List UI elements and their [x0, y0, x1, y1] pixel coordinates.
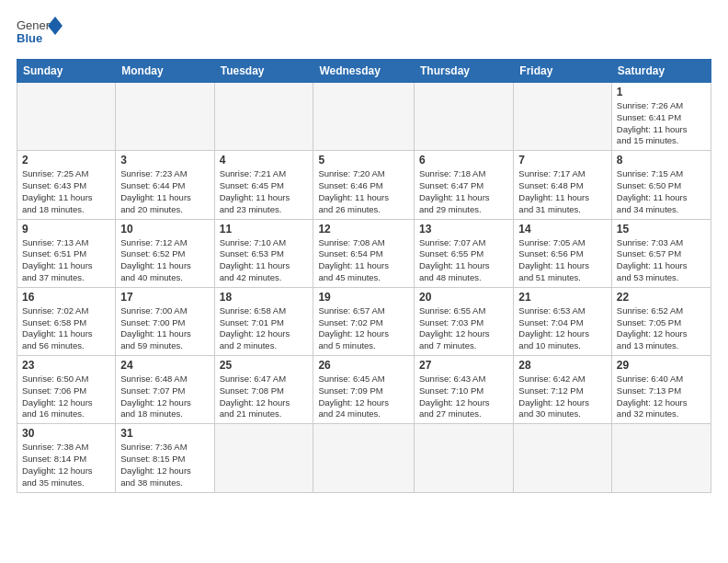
day-number: 5 [318, 154, 409, 167]
calendar-week-5: 23Sunrise: 6:50 AMSunset: 7:06 PMDayligh… [17, 356, 711, 424]
generalblue-logo-svg: General Blue [17, 15, 63, 50]
day-number: 2 [22, 154, 110, 167]
calendar-cell: 21Sunrise: 6:53 AMSunset: 7:04 PMDayligh… [514, 287, 612, 355]
day-number: 18 [220, 291, 309, 304]
day-info: Sunrise: 6:55 AMSunset: 7:03 PMDaylight:… [419, 305, 508, 352]
day-info: Sunrise: 7:21 AMSunset: 6:45 PMDaylight:… [220, 168, 309, 215]
calendar-cell: 15Sunrise: 7:03 AMSunset: 6:57 PMDayligh… [611, 219, 711, 287]
day-number: 28 [518, 359, 607, 372]
calendar-cell [116, 83, 214, 151]
day-info: Sunrise: 7:02 AMSunset: 6:58 PMDaylight:… [22, 305, 110, 352]
day-info: Sunrise: 6:52 AMSunset: 7:05 PMDaylight:… [617, 305, 706, 352]
calendar-cell [611, 424, 711, 492]
day-number: 17 [120, 291, 209, 304]
calendar-cell: 6Sunrise: 7:18 AMSunset: 6:47 PMDaylight… [415, 151, 514, 219]
day-number: 23 [22, 359, 110, 372]
day-number: 25 [220, 359, 309, 372]
weekday-header-friday: Friday [514, 60, 612, 83]
day-number: 15 [617, 223, 706, 236]
day-info: Sunrise: 6:57 AMSunset: 7:02 PMDaylight:… [318, 305, 409, 352]
day-number: 21 [518, 291, 607, 304]
day-number: 14 [518, 223, 607, 236]
calendar-cell [415, 83, 514, 151]
calendar-cell: 24Sunrise: 6:48 AMSunset: 7:07 PMDayligh… [116, 356, 214, 424]
weekday-header-tuesday: Tuesday [214, 60, 313, 83]
day-info: Sunrise: 7:26 AMSunset: 6:41 PMDaylight:… [617, 100, 706, 147]
day-number: 6 [419, 154, 508, 167]
calendar-cell: 23Sunrise: 6:50 AMSunset: 7:06 PMDayligh… [17, 356, 116, 424]
day-number: 27 [419, 359, 508, 372]
calendar-cell: 19Sunrise: 6:57 AMSunset: 7:02 PMDayligh… [313, 287, 415, 355]
calendar-cell [415, 424, 514, 492]
svg-text:Blue: Blue [17, 31, 42, 45]
calendar-cell: 12Sunrise: 7:08 AMSunset: 6:54 PMDayligh… [313, 219, 415, 287]
day-number: 3 [120, 154, 209, 167]
day-info: Sunrise: 7:12 AMSunset: 6:52 PMDaylight:… [120, 237, 209, 284]
weekday-header-monday: Monday [116, 60, 214, 83]
day-info: Sunrise: 6:47 AMSunset: 7:08 PMDaylight:… [220, 373, 309, 420]
calendar-cell: 4Sunrise: 7:21 AMSunset: 6:45 PMDaylight… [214, 151, 313, 219]
day-number: 4 [220, 154, 309, 167]
day-info: Sunrise: 7:00 AMSunset: 7:00 PMDaylight:… [120, 305, 209, 352]
calendar-cell: 7Sunrise: 7:17 AMSunset: 6:48 PMDaylight… [514, 151, 612, 219]
day-info: Sunrise: 7:03 AMSunset: 6:57 PMDaylight:… [617, 237, 706, 284]
day-info: Sunrise: 7:10 AMSunset: 6:53 PMDaylight:… [220, 237, 309, 284]
day-info: Sunrise: 7:23 AMSunset: 6:44 PMDaylight:… [120, 168, 209, 215]
day-number: 10 [120, 223, 209, 236]
day-info: Sunrise: 7:36 AMSunset: 8:15 PMDaylight:… [120, 442, 209, 488]
day-info: Sunrise: 7:18 AMSunset: 6:47 PMDaylight:… [419, 168, 508, 215]
day-number: 7 [518, 154, 607, 167]
day-info: Sunrise: 7:15 AMSunset: 6:50 PMDaylight:… [617, 168, 706, 215]
calendar-cell: 30Sunrise: 7:38 AMSunset: 8:14 PMDayligh… [17, 424, 116, 492]
calendar-cell: 18Sunrise: 6:58 AMSunset: 7:01 PMDayligh… [214, 287, 313, 355]
day-info: Sunrise: 7:13 AMSunset: 6:51 PMDaylight:… [22, 237, 110, 284]
calendar-cell [514, 83, 612, 151]
day-number: 30 [22, 427, 110, 440]
calendar-cell: 26Sunrise: 6:45 AMSunset: 7:09 PMDayligh… [313, 356, 415, 424]
calendar-cell: 3Sunrise: 7:23 AMSunset: 6:44 PMDaylight… [116, 151, 214, 219]
day-info: Sunrise: 6:58 AMSunset: 7:01 PMDaylight:… [220, 305, 309, 352]
calendar-cell: 13Sunrise: 7:07 AMSunset: 6:55 PMDayligh… [415, 219, 514, 287]
day-info: Sunrise: 6:53 AMSunset: 7:04 PMDaylight:… [518, 305, 607, 352]
day-number: 16 [22, 291, 110, 304]
calendar-cell: 5Sunrise: 7:20 AMSunset: 6:46 PMDaylight… [313, 151, 415, 219]
day-number: 26 [318, 359, 409, 372]
day-info: Sunrise: 7:05 AMSunset: 6:56 PMDaylight:… [518, 237, 607, 284]
calendar-cell: 11Sunrise: 7:10 AMSunset: 6:53 PMDayligh… [214, 219, 313, 287]
calendar-cell: 25Sunrise: 6:47 AMSunset: 7:08 PMDayligh… [214, 356, 313, 424]
weekday-header-thursday: Thursday [415, 60, 514, 83]
calendar-cell [17, 83, 116, 151]
day-info: Sunrise: 6:48 AMSunset: 7:07 PMDaylight:… [120, 373, 209, 420]
day-info: Sunrise: 6:40 AMSunset: 7:13 PMDaylight:… [617, 373, 706, 420]
calendar-week-6: 30Sunrise: 7:38 AMSunset: 8:14 PMDayligh… [17, 424, 711, 492]
day-number: 22 [617, 291, 706, 304]
day-info: Sunrise: 7:25 AMSunset: 6:43 PMDaylight:… [22, 168, 110, 215]
calendar-cell: 8Sunrise: 7:15 AMSunset: 6:50 PMDaylight… [611, 151, 711, 219]
day-number: 12 [318, 223, 409, 236]
day-info: Sunrise: 6:50 AMSunset: 7:06 PMDaylight:… [22, 373, 110, 420]
weekday-header-saturday: Saturday [611, 60, 711, 83]
calendar-cell [514, 424, 612, 492]
calendar-week-3: 9Sunrise: 7:13 AMSunset: 6:51 PMDaylight… [17, 219, 711, 287]
day-info: Sunrise: 7:07 AMSunset: 6:55 PMDaylight:… [419, 237, 508, 284]
calendar-cell: 14Sunrise: 7:05 AMSunset: 6:56 PMDayligh… [514, 219, 612, 287]
calendar-cell: 10Sunrise: 7:12 AMSunset: 6:52 PMDayligh… [116, 219, 214, 287]
day-number: 1 [617, 86, 706, 98]
calendar-cell: 9Sunrise: 7:13 AMSunset: 6:51 PMDaylight… [17, 219, 116, 287]
day-number: 24 [120, 359, 209, 372]
calendar-cell: 29Sunrise: 6:40 AMSunset: 7:13 PMDayligh… [611, 356, 711, 424]
weekday-header-sunday: Sunday [17, 60, 116, 83]
calendar-cell: 16Sunrise: 7:02 AMSunset: 6:58 PMDayligh… [17, 287, 116, 355]
day-info: Sunrise: 7:38 AMSunset: 8:14 PMDaylight:… [22, 442, 110, 488]
day-number: 9 [22, 223, 110, 236]
calendar-week-1: 1Sunrise: 7:26 AMSunset: 6:41 PMDaylight… [17, 83, 711, 151]
calendar-week-4: 16Sunrise: 7:02 AMSunset: 6:58 PMDayligh… [17, 287, 711, 355]
day-info: Sunrise: 7:20 AMSunset: 6:46 PMDaylight:… [318, 168, 409, 215]
calendar-cell [313, 424, 415, 492]
calendar-table: SundayMondayTuesdayWednesdayThursdayFrid… [17, 59, 711, 493]
logo: General Blue [17, 15, 63, 50]
header: General Blue [17, 15, 711, 50]
calendar-cell: 20Sunrise: 6:55 AMSunset: 7:03 PMDayligh… [415, 287, 514, 355]
day-number: 11 [220, 223, 309, 236]
day-number: 31 [120, 427, 209, 440]
